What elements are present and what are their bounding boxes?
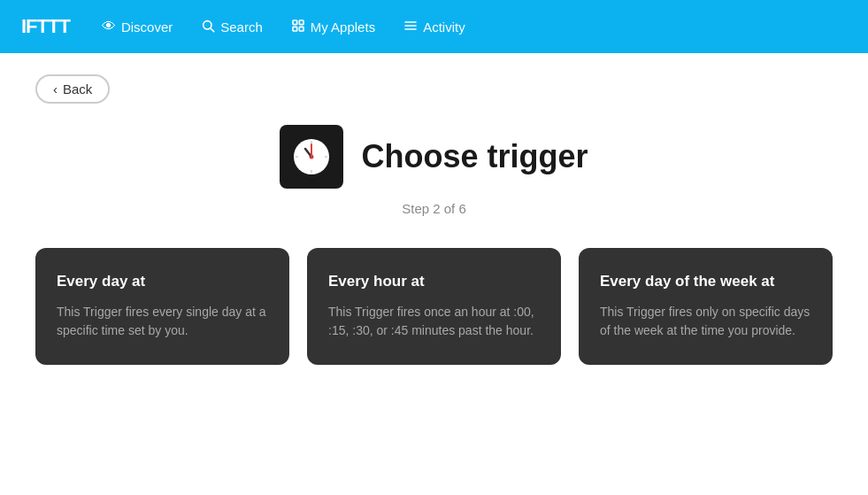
- main-content: ‹ Back Choose: [0, 53, 868, 386]
- svg-rect-2: [293, 20, 297, 25]
- card-title-2: Every day of the week at: [600, 273, 811, 290]
- card-every-day-of-week[interactable]: Every day of the week at This Trigger fi…: [579, 248, 833, 365]
- card-desc-1: This Trigger fires once an hour at :00, …: [328, 303, 540, 340]
- header-top: Choose trigger: [280, 125, 588, 189]
- nav-item-discover[interactable]: 👁 Discover: [91, 14, 183, 40]
- back-button[interactable]: ‹ Back: [35, 74, 110, 104]
- back-arrow-icon: ‹: [53, 81, 58, 97]
- activity-icon: [403, 19, 418, 35]
- nav-item-activity[interactable]: Activity: [393, 13, 476, 41]
- card-every-day-at[interactable]: Every day at This Trigger fires every si…: [35, 248, 289, 365]
- svg-line-1: [211, 28, 214, 32]
- page-title: Choose trigger: [361, 138, 588, 175]
- cards-row: Every day at This Trigger fires every si…: [35, 248, 833, 365]
- logo[interactable]: IFTTT: [21, 15, 70, 38]
- nav-label-search: Search: [220, 19, 263, 35]
- svg-rect-4: [293, 27, 297, 31]
- card-desc-2: This Trigger fires only on specific days…: [600, 303, 811, 340]
- nav-label-my-applets: My Applets: [311, 19, 375, 35]
- back-label: Back: [63, 81, 92, 97]
- card-title-1: Every hour at: [328, 273, 540, 290]
- svg-rect-3: [299, 20, 303, 25]
- header-section: Choose trigger Step 2 of 6: [35, 125, 833, 216]
- clock-icon: [292, 137, 331, 176]
- trigger-icon-box: [280, 125, 343, 189]
- nav-label-activity: Activity: [423, 19, 465, 35]
- svg-rect-5: [299, 27, 303, 31]
- step-label: Step 2 of 6: [402, 201, 466, 216]
- nav-item-my-applets[interactable]: My Applets: [280, 13, 386, 41]
- search-icon: [201, 19, 215, 35]
- card-every-hour-at[interactable]: Every hour at This Trigger fires once an…: [307, 248, 561, 365]
- nav-label-discover: Discover: [121, 19, 173, 35]
- nav-item-search[interactable]: Search: [190, 13, 273, 41]
- eye-icon: 👁: [102, 19, 116, 34]
- card-title-0: Every day at: [57, 273, 268, 290]
- applets-icon: [291, 19, 305, 35]
- card-desc-0: This Trigger fires every single day at a…: [57, 303, 268, 340]
- top-nav: IFTTT 👁 Discover Search My Applets: [0, 0, 868, 53]
